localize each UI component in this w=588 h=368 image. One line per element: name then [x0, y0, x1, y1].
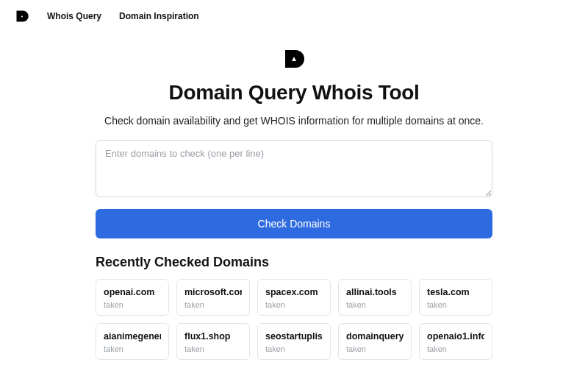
domain-name: tesla.com [427, 287, 484, 297]
nav-link-inspiration[interactable]: Domain Inspiration [119, 11, 199, 21]
domain-name: seostartuplist.com [265, 331, 323, 342]
domain-card[interactable]: aianimegenerator.apptaken [96, 323, 169, 360]
domain-status: taken [346, 300, 404, 309]
domain-card[interactable]: spacex.comtaken [257, 279, 331, 316]
domain-name: openai.com [104, 287, 161, 297]
domain-card[interactable]: seostartuplist.comtaken [257, 323, 331, 360]
domain-name: domainquery.app [346, 331, 404, 342]
domain-status: taken [427, 300, 484, 309]
domain-status: taken [104, 344, 161, 353]
main-container: Check Domains Recently Checked Domains o… [96, 140, 492, 360]
domain-name: allinai.tools [346, 287, 404, 297]
domain-status: taken [184, 300, 242, 309]
domain-status: taken [104, 300, 161, 309]
domain-name: microsoft.com [184, 287, 242, 297]
site-logo-icon[interactable] [15, 9, 29, 24]
domain-card[interactable]: tesla.comtaken [419, 279, 492, 316]
domains-textarea[interactable] [96, 140, 492, 197]
domain-status: taken [346, 344, 404, 353]
nav-link-whois[interactable]: Whois Query [47, 11, 101, 21]
domain-name: openaio1.info [427, 331, 484, 342]
domain-name: spacex.com [265, 287, 323, 297]
domain-status: taken [184, 344, 242, 353]
top-nav: Whois Query Domain Inspiration [0, 0, 588, 32]
domain-status: taken [265, 344, 323, 353]
domain-card[interactable]: domainquery.apptaken [338, 323, 412, 360]
recent-heading: Recently Checked Domains [96, 255, 492, 270]
domain-card[interactable]: allinai.toolstaken [338, 279, 412, 316]
page-title: Domain Query Whois Tool [0, 81, 588, 105]
check-domains-button[interactable]: Check Domains [96, 209, 492, 238]
hero-logo-icon [282, 47, 306, 74]
recent-grid: openai.comtakenmicrosoft.comtakenspacex.… [96, 279, 492, 360]
domain-name: flux1.shop [184, 331, 242, 342]
page-subtitle: Check domain availability and get WHOIS … [0, 115, 588, 127]
hero: Domain Query Whois Tool Check domain ava… [0, 47, 588, 127]
domain-card[interactable]: openaio1.infotaken [419, 323, 492, 360]
domain-name: aianimegenerator.app [104, 331, 161, 342]
domain-status: taken [427, 344, 484, 353]
domain-card[interactable]: openai.comtaken [96, 279, 169, 316]
domain-card[interactable]: flux1.shoptaken [176, 323, 250, 360]
domain-card[interactable]: microsoft.comtaken [176, 279, 250, 316]
domain-status: taken [265, 300, 323, 309]
